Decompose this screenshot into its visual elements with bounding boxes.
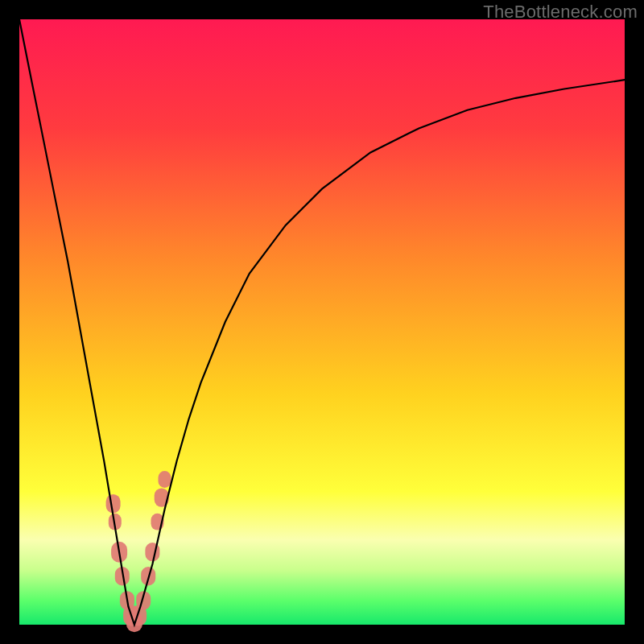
marker-point [159, 471, 171, 488]
marker-group [106, 471, 171, 632]
plot-area [19, 19, 625, 625]
marker-point [106, 494, 121, 513]
curve-layer [19, 19, 625, 625]
watermark-text: TheBottleneck.com [483, 2, 638, 23]
chart-frame: TheBottleneck.com [0, 0, 644, 644]
bottleneck-curve [19, 19, 625, 625]
marker-point [145, 543, 159, 561]
